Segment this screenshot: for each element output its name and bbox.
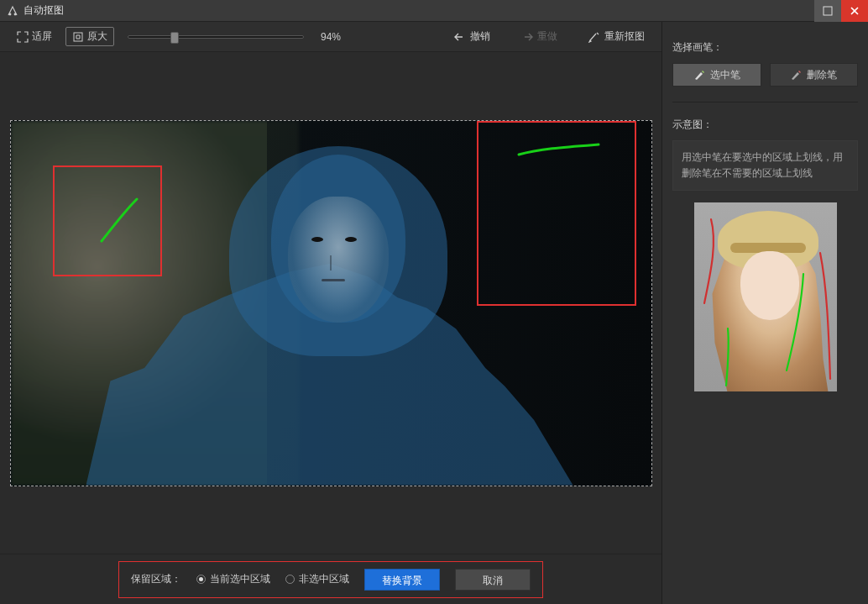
replace-background-label: 替换背景 <box>382 575 422 586</box>
keep-stroke <box>95 195 154 254</box>
undo-icon <box>453 31 467 43</box>
zoom-slider[interactable] <box>128 35 304 39</box>
select-brush-icon <box>693 69 705 81</box>
divider <box>672 102 858 102</box>
radio-dot-icon <box>196 575 206 584</box>
undo-button[interactable]: 撤销 <box>447 27 497 46</box>
undo-label: 撤销 <box>470 29 490 44</box>
example-image <box>694 202 837 391</box>
radio-current-selection[interactable]: 当前选中区域 <box>196 572 270 586</box>
zoom-value: 94% <box>321 31 341 43</box>
image-detail <box>345 237 357 242</box>
keep-stroke <box>515 142 607 167</box>
left-pane: 适屏 原大 94% 撤销 <box>0 22 662 604</box>
radio-invert-selection[interactable]: 非选中区域 <box>285 572 349 586</box>
original-size-label: 原大 <box>87 29 107 44</box>
right-panel: 选择画笔： 选中笔 删除笔 示意图： 用选中笔在要选中的区域上划线，用删除笔在不… <box>662 22 868 604</box>
replace-background-button[interactable]: 替换背景 <box>364 569 440 591</box>
example-section-title: 示意图： <box>672 118 858 132</box>
image-detail <box>322 279 345 281</box>
window-title-group: 自动抠图 <box>0 3 64 18</box>
close-button[interactable] <box>841 0 868 22</box>
svg-point-0 <box>9 13 12 15</box>
main-area: 适屏 原大 94% 撤销 <box>0 22 868 604</box>
original-size-icon <box>72 31 84 43</box>
redo-icon <box>520 31 534 43</box>
svg-point-1 <box>14 13 17 15</box>
select-brush-label: 选中笔 <box>710 68 740 82</box>
original-size-button[interactable]: 原大 <box>65 27 114 46</box>
titlebar: 自动抠图 <box>0 0 868 22</box>
image-face <box>288 197 389 323</box>
image-detail <box>330 255 332 270</box>
bottom-bar: 保留区域： 当前选中区域 非选中区域 替换背景 取消 <box>0 554 661 604</box>
erase-brush-label: 删除笔 <box>807 68 837 82</box>
select-brush-button[interactable]: 选中笔 <box>672 63 761 87</box>
radio-dot-icon <box>285 575 295 584</box>
svg-rect-2 <box>824 7 832 15</box>
brush-section-title: 选择画笔： <box>672 40 858 55</box>
image-canvas[interactable] <box>10 120 652 486</box>
cutout-app-icon <box>7 5 18 17</box>
example-strokes <box>694 202 837 391</box>
recut-label: 重新抠图 <box>604 29 645 44</box>
svg-rect-3 <box>74 33 82 41</box>
image-detail <box>311 237 323 242</box>
cancel-button[interactable]: 取消 <box>455 569 531 591</box>
minimize-button[interactable] <box>814 0 841 22</box>
cancel-label: 取消 <box>483 575 503 586</box>
zoom-slider-thumb[interactable] <box>170 32 179 44</box>
fit-screen-icon <box>17 31 29 43</box>
fit-screen-label: 适屏 <box>32 29 52 44</box>
erase-brush-icon <box>790 69 802 81</box>
hint-text: 用选中笔在要选中的区域上划线，用删除笔在不需要的区域上划线 <box>672 140 858 191</box>
recut-button[interactable]: 重新抠图 <box>581 27 651 46</box>
keep-area-label: 保留区域： <box>131 572 181 586</box>
fit-screen-button[interactable]: 适屏 <box>10 27 59 46</box>
bottom-panel: 保留区域： 当前选中区域 非选中区域 替换背景 取消 <box>118 561 543 598</box>
toolbar: 适屏 原大 94% 撤销 <box>0 22 661 52</box>
redo-label: 重做 <box>537 29 557 44</box>
erase-brush-button[interactable]: 删除笔 <box>770 63 859 87</box>
redo-button[interactable]: 重做 <box>514 27 564 46</box>
window-title: 自动抠图 <box>24 3 64 18</box>
recut-icon <box>588 31 601 43</box>
radio-invert-label: 非选中区域 <box>299 572 349 586</box>
radio-current-label: 当前选中区域 <box>210 572 270 586</box>
canvas-area[interactable] <box>0 52 661 554</box>
